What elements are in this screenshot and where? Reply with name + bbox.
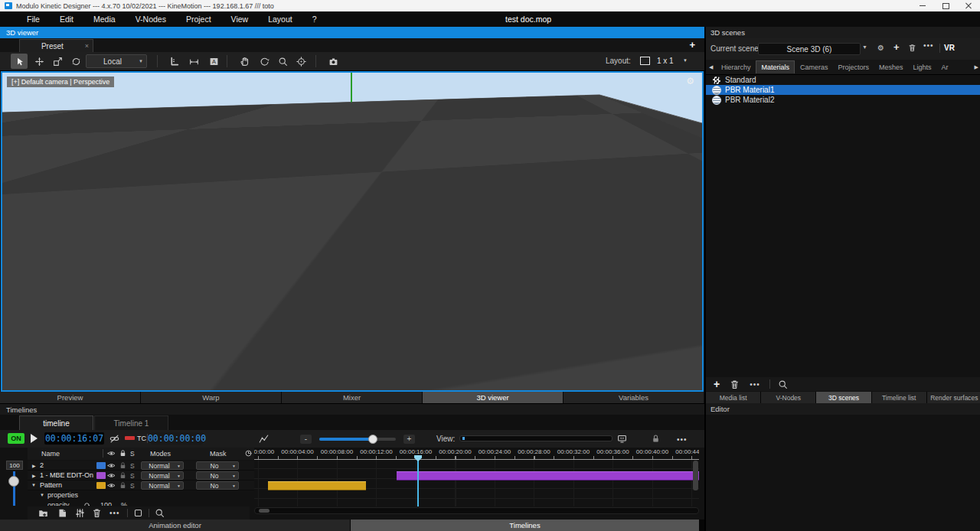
master-level-handle[interactable] — [8, 476, 19, 487]
track-row[interactable]: ▼ Pattern S Normal▼ No▼ — [28, 481, 254, 490]
material-row-pbr1[interactable]: PBR Material1 — [706, 85, 980, 95]
lock-toggle-icon[interactable] — [119, 461, 127, 470]
tab-timeline-1[interactable]: Timeline 1 — [94, 415, 168, 430]
zoom-out-button[interactable]: - — [300, 435, 312, 444]
lock-toggle-icon[interactable] — [119, 481, 127, 490]
mask-dropdown[interactable]: No▼ — [196, 481, 239, 490]
viewport-gear-icon[interactable]: ⚙ — [686, 76, 694, 86]
blend-mode-dropdown[interactable]: Normal▼ — [141, 461, 184, 470]
zoom-in-button[interactable]: + — [403, 435, 415, 444]
opacity-value[interactable]: 100 — [100, 501, 112, 506]
more-menu[interactable]: ••• — [750, 380, 760, 389]
properties-row[interactable]: ▼ properties — [28, 490, 254, 500]
add-scene-button[interactable]: + — [893, 41, 900, 53]
search-icon[interactable] — [155, 508, 165, 518]
timeline-ruler[interactable]: 00:00:00:00 00:00:04:00 00:00:08:00 00:0… — [254, 448, 699, 460]
zoom-tool-button[interactable] — [274, 54, 291, 69]
clip-yellow[interactable] — [268, 481, 366, 490]
editor-panel-header[interactable]: Editor — [706, 403, 980, 415]
layout-dropdown-chevron-icon[interactable]: ▼ — [683, 58, 688, 63]
material-row-standard[interactable]: Standard — [706, 75, 980, 85]
region-frame-icon[interactable] — [133, 508, 143, 518]
orbit-rotate-button[interactable] — [256, 54, 273, 69]
delete-item-trash-icon[interactable] — [730, 380, 740, 389]
camera-snapshot-button[interactable] — [325, 54, 341, 69]
close-tab-icon[interactable]: × — [85, 42, 89, 50]
transform-space-dropdown[interactable]: Local ▼ — [86, 54, 147, 68]
chevron-down-icon[interactable]: ▼ — [862, 44, 867, 50]
tab-armatures[interactable]: Ar — [936, 61, 953, 73]
tab-warp[interactable]: Warp — [141, 392, 281, 403]
tab-lights[interactable]: Lights — [908, 61, 936, 73]
add-folder-icon[interactable] — [38, 508, 48, 518]
timeline-more-menu[interactable]: ••• — [677, 435, 688, 444]
ruler-corner-button[interactable] — [165, 54, 182, 69]
blend-mode-dropdown[interactable]: Normal▼ — [141, 481, 184, 490]
solo-toggle[interactable]: S — [130, 462, 135, 470]
expand-caret-icon[interactable]: ▶ — [32, 473, 36, 478]
horizontal-scrollbar-handle[interactable] — [259, 509, 270, 513]
menu-edit[interactable]: Edit — [50, 11, 83, 27]
menu-file[interactable]: File — [17, 11, 50, 27]
lock-icon[interactable] — [651, 434, 661, 444]
more-menu[interactable]: ••• — [109, 509, 120, 517]
search-icon[interactable] — [778, 380, 788, 389]
camera-label[interactable]: [+] Default camera | Perspective — [7, 77, 114, 87]
lock-toggle-icon[interactable] — [119, 471, 127, 480]
delete-scene-trash-icon[interactable] — [908, 44, 916, 52]
menu-project[interactable]: Project — [176, 11, 221, 27]
playhead-handle[interactable] — [414, 455, 422, 461]
text-annotation-button[interactable]: A — [205, 54, 222, 69]
material-row-pbr2[interactable]: PBR Material2 — [706, 95, 980, 105]
offset-timecode-field[interactable]: 00:00:00:00 — [151, 432, 203, 445]
teapot-object-right[interactable] — [430, 151, 624, 250]
link-timecode-icon[interactable] — [109, 434, 119, 444]
current-timecode-field[interactable]: 00:00:16:07 — [44, 432, 104, 445]
track-row[interactable]: ▶ 1 - MBE EDIT-On Sh S Normal▼ No▼ — [28, 471, 254, 481]
track-color-swatch[interactable] — [96, 482, 106, 489]
track-color-swatch[interactable] — [96, 472, 106, 479]
close-button[interactable] — [957, 0, 980, 11]
visibility-eye-icon[interactable] — [107, 481, 116, 490]
tab-mixer[interactable]: Mixer — [282, 392, 422, 403]
tab-v-nodes[interactable]: V-Nodes — [761, 392, 815, 403]
timeline-on-toggle[interactable]: ON — [8, 433, 24, 444]
view-range-bar[interactable] — [459, 435, 612, 441]
scenes-panel-header[interactable]: 3D scenes — [706, 27, 980, 38]
collapse-caret-icon[interactable]: ▼ — [31, 483, 36, 487]
scene-more-menu[interactable]: ••• — [923, 41, 934, 50]
horizontal-scrollbar[interactable] — [254, 507, 699, 514]
pan-hand-button[interactable] — [236, 54, 253, 69]
curve-editor-icon[interactable] — [259, 434, 269, 444]
playhead[interactable] — [417, 455, 419, 507]
mixer-sliders-icon[interactable] — [75, 508, 85, 518]
tab-render-surfaces[interactable]: Render surfaces — [927, 392, 980, 403]
tab-materials[interactable]: Materials — [756, 60, 795, 73]
collapse-caret-icon[interactable]: ▼ — [40, 493, 44, 497]
tab-meshes[interactable]: Meshes — [874, 61, 908, 73]
tab-projectors[interactable]: Projectors — [833, 61, 874, 73]
master-level-value[interactable]: 100 — [6, 461, 23, 470]
tab-3d-viewer[interactable]: 3D viewer — [423, 392, 563, 403]
frame-focus-button[interactable] — [292, 54, 309, 69]
tab-timeline-list[interactable]: Timeline list — [872, 392, 926, 403]
opacity-row-clipped[interactable]: opacity 100 % — [28, 500, 254, 506]
timelines-panel-header[interactable]: Timelines — [0, 403, 704, 415]
menu-media[interactable]: Media — [83, 11, 126, 27]
zoom-slider-handle[interactable] — [368, 435, 377, 444]
menu-help[interactable]: ? — [302, 11, 327, 27]
timeline-zoom-slider[interactable] — [319, 438, 396, 441]
tab-3d-scenes[interactable]: 3D scenes — [816, 392, 871, 403]
tab-preview[interactable]: Preview — [0, 392, 140, 403]
vr-button[interactable]: VR — [944, 44, 955, 52]
menu-view[interactable]: View — [221, 11, 259, 27]
expand-caret-icon[interactable]: ▶ — [32, 463, 36, 468]
scene-settings-gear-icon[interactable]: ⚙ — [877, 44, 884, 52]
solo-toggle[interactable]: S — [130, 482, 135, 490]
play-button[interactable] — [31, 434, 38, 443]
mask-dropdown[interactable]: No▼ — [196, 461, 239, 470]
delete-track-trash-icon[interactable] — [92, 508, 102, 518]
viewport-3d[interactable]: [+] Default camera | Perspective ⚙ 24 FP… — [1, 71, 704, 392]
add-note-icon[interactable] — [57, 508, 67, 518]
vertical-scrollbar[interactable] — [693, 461, 698, 490]
